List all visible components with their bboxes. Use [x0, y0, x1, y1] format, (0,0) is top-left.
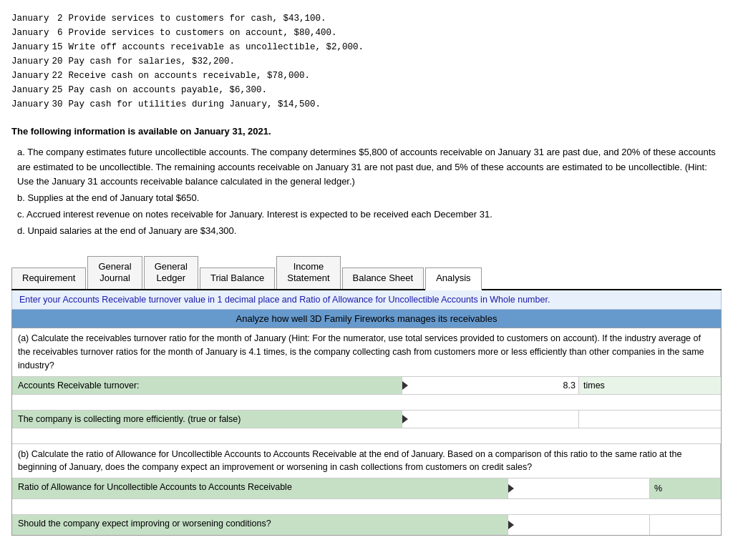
transaction-row: January 6 Provide services to customers … — [11, 26, 366, 40]
efficient-input-cell — [402, 411, 580, 428]
instruction-text: Enter your Accounts Receivable turnover … — [19, 295, 550, 305]
tx-description: Pay cash for salaries, $32,200. — [69, 54, 367, 69]
efficient-row: The company is collecting more efficient… — [12, 411, 721, 428]
part-a-text: (a) Calculate the receivables turnover r… — [12, 328, 721, 375]
tx-month: January — [11, 69, 52, 83]
transaction-row: January 30 Pay cash for utilities during… — [11, 97, 366, 112]
efficient-empty-row — [12, 428, 721, 444]
part-b-text: (b) Calculate the ratio of Allowance for… — [12, 444, 721, 478]
efficient-indicator — [402, 415, 408, 423]
tx-day: 25 — [52, 83, 69, 97]
info-item-1: b. Supplies at the end of January total … — [17, 191, 722, 206]
ar-turnover-input-cell — [402, 377, 580, 394]
ratio-input-cell — [508, 478, 650, 498]
ar-turnover-unit: times — [579, 377, 721, 394]
tx-day: 6 — [52, 26, 69, 40]
tab-analysis[interactable]: Analysis — [425, 267, 481, 290]
tx-description: Provide services to customers on account… — [69, 26, 367, 40]
ratio-label: Ratio of Allowance for Uncollectible Acc… — [12, 478, 508, 498]
analysis-header: Analyze how well 3D Family Fireworks man… — [12, 310, 721, 328]
tx-day: 20 — [52, 54, 69, 69]
tabs-container: RequirementGeneral JournalGeneral Ledger… — [11, 256, 722, 291]
tx-day: 30 — [52, 97, 69, 112]
tx-month: January — [11, 54, 52, 69]
tab-trial-balance[interactable]: Trial Balance — [200, 267, 275, 289]
should-input[interactable] — [508, 515, 649, 535]
part-a-description: (a) Calculate the receivables turnover r… — [12, 328, 721, 376]
tab-general-journal[interactable]: General Journal — [87, 256, 142, 290]
tx-month: January — [11, 26, 52, 40]
analysis-section: Analyze how well 3D Family Fireworks man… — [11, 310, 722, 536]
should-input-cell — [508, 515, 650, 535]
ar-turnover-row: Accounts Receivable turnover: times — [12, 377, 721, 395]
transaction-row: January 15 Write off accounts receivable… — [11, 40, 366, 54]
transactions-section: January 2 Provide services to customers … — [11, 11, 722, 112]
tx-description: Provide services to customers for cash, … — [69, 11, 367, 26]
tab-balance-sheet[interactable]: Balance Sheet — [342, 267, 424, 289]
should-unit — [650, 515, 721, 535]
part-b-description: (b) Calculate the ratio of Allowance for… — [12, 444, 721, 479]
transaction-row: January 2 Provide services to customers … — [11, 11, 366, 26]
transaction-row: January 20 Pay cash for salaries, $32,20… — [11, 54, 366, 69]
tx-day: 2 — [52, 11, 69, 26]
tx-description: Receive cash on accounts receivable, $78… — [69, 69, 367, 83]
info-item-3: d. Unpaid salaries at the end of January… — [17, 224, 722, 239]
ratio-input[interactable] — [508, 478, 649, 498]
ar-turnover-indicator — [402, 381, 408, 390]
info-item-2: c. Accrued interest revenue on notes rec… — [17, 207, 722, 222]
tx-description: Write off accounts receivable as uncolle… — [69, 40, 367, 54]
info-item-0: a. The company estimates future uncollec… — [17, 145, 722, 190]
efficient-input[interactable] — [402, 411, 579, 428]
tx-day: 22 — [52, 69, 69, 83]
tab-income-statement[interactable]: Income Statement — [276, 256, 340, 290]
ratio-row: Ratio of Allowance for Uncollectible Acc… — [12, 478, 721, 499]
instruction-bar: Enter your Accounts Receivable turnover … — [11, 290, 722, 310]
should-indicator — [508, 521, 514, 529]
tx-month: January — [11, 97, 52, 112]
transaction-row: January 25 Pay cash on accounts payable,… — [11, 83, 366, 97]
should-row: Should the company expect improving or w… — [12, 515, 721, 535]
should-label: Should the company expect improving or w… — [12, 515, 508, 535]
tx-description: Pay cash for utilities during January, $… — [69, 97, 367, 112]
ratio-unit: % — [650, 478, 721, 498]
ratio-empty-row — [12, 499, 721, 515]
tab-requirement[interactable]: Requirement — [11, 267, 86, 289]
tx-month: January — [11, 11, 52, 26]
tx-month: January — [11, 40, 52, 54]
transaction-row: January 22 Receive cash on accounts rece… — [11, 69, 366, 83]
tx-month: January — [11, 83, 52, 97]
tab-general-ledger[interactable]: General Ledger — [144, 256, 198, 290]
ar-turnover-empty-row — [12, 395, 721, 411]
ar-turnover-input[interactable] — [402, 377, 579, 394]
tx-day: 15 — [52, 40, 69, 54]
ar-turnover-label: Accounts Receivable turnover: — [12, 377, 402, 394]
tx-description: Pay cash on accounts payable, $6,300. — [69, 83, 367, 97]
efficient-label: The company is collecting more efficient… — [12, 411, 402, 428]
ratio-indicator — [508, 484, 514, 493]
info-heading: The following information is available o… — [11, 124, 722, 139]
efficient-unit — [579, 411, 721, 428]
info-section: The following information is available o… — [11, 124, 722, 239]
